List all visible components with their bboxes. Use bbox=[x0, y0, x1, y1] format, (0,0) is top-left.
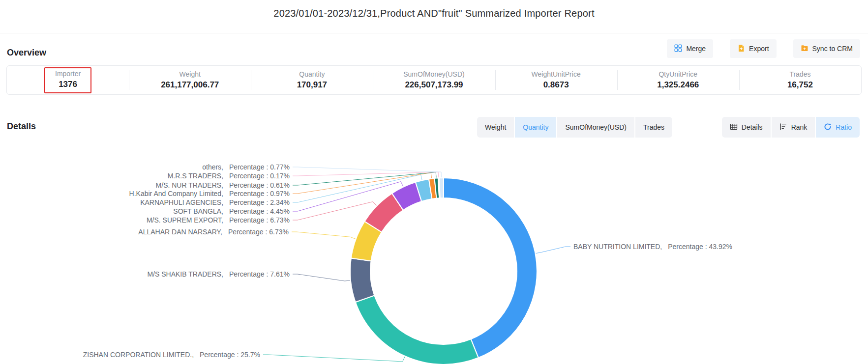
pie-label-nur: M/S. NUR TRADERS,Percentage : 0.61% bbox=[156, 180, 290, 190]
pie-label-mrs: M.R.S TRADERS,Percentage : 0.17% bbox=[168, 171, 290, 181]
importer-ratio-chart: BABY NUTRITION LIMITED,Percentage : 43.9… bbox=[0, 0, 868, 364]
pie-label-zishan: ZISHAN CORPORATION LIMITED.,Percentage :… bbox=[83, 350, 260, 360]
pie-label-others: others,Percentage : 0.77% bbox=[202, 162, 290, 172]
pie-label-hkabir: H.Kabir And Company Limited,Percentage :… bbox=[129, 189, 290, 198]
pie-label-soft-bangla: SOFT BANGLA,Percentage : 4.45% bbox=[173, 206, 290, 216]
pie-label-allahar: ALLAHAR DAN NARSARY,Percentage : 6.73% bbox=[138, 227, 289, 237]
importer-report-page: 2023/01/01-2023/12/31,Product AND"fruit"… bbox=[0, 0, 868, 364]
pie-chart[interactable] bbox=[0, 0, 868, 364]
pie-label-suprem: M/S. SUPREM EXPORT,Percentage : 6.73% bbox=[147, 215, 290, 225]
pie-label-baby-nutrition: BABY NUTRITION LIMITED,Percentage : 43.9… bbox=[573, 242, 732, 252]
pie-label-shakib: M/S SHAKIB TRADERS,Percentage : 7.61% bbox=[147, 269, 290, 279]
pie-label-karnaphuli: KARNAPHULI AGENCIES,Percentage : 2.34% bbox=[140, 197, 290, 207]
